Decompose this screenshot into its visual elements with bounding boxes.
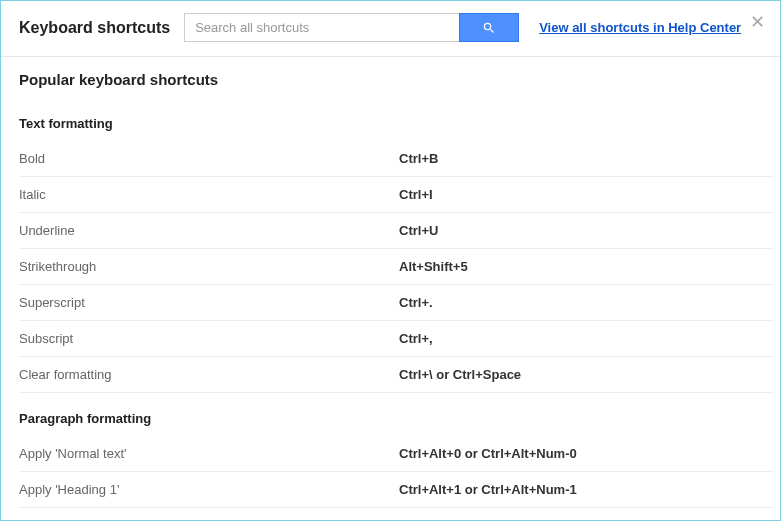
shortcut-label: Apply 'Heading 2' [19,518,399,520]
dialog-title: Keyboard shortcuts [19,19,170,37]
shortcut-label: Apply 'Normal text' [19,446,399,461]
shortcut-keys: Ctrl+Alt+0 or Ctrl+Alt+Num-0 [399,446,577,461]
shortcut-label: Apply 'Heading 1' [19,482,399,497]
shortcut-keys: Ctrl+Alt+2 or Ctrl+Alt+Num-2 [399,518,577,520]
shortcut-label: Bold [19,151,399,166]
shortcut-label: Clear formatting [19,367,399,382]
shortcut-keys: Ctrl+U [399,223,438,238]
shortcuts-dialog: Keyboard shortcuts View all shortcuts in… [0,0,781,521]
shortcut-keys: Ctrl+Alt+1 or Ctrl+Alt+Num-1 [399,482,577,497]
shortcut-keys: Ctrl+. [399,295,433,310]
shortcut-keys: Ctrl+, [399,331,433,346]
close-button[interactable]: ✕ [748,13,766,31]
shortcut-keys: Ctrl+I [399,187,433,202]
shortcut-row: Clear formattingCtrl+\ or Ctrl+Space [19,357,774,393]
shortcut-row: Apply 'Heading 2'Ctrl+Alt+2 or Ctrl+Alt+… [19,508,774,520]
dialog-header: Keyboard shortcuts View all shortcuts in… [1,1,780,57]
search-icon [482,21,496,35]
shortcut-keys: Alt+Shift+5 [399,259,468,274]
shortcut-label: Italic [19,187,399,202]
dialog-subtitle: Popular keyboard shortcuts [1,57,780,98]
section-heading: Paragraph formatting [19,393,774,436]
shortcut-label: Subscript [19,331,399,346]
close-icon: ✕ [750,12,765,32]
help-center-link[interactable]: View all shortcuts in Help Center [539,20,741,35]
shortcut-label: Strikethrough [19,259,399,274]
shortcuts-scroll-area[interactable]: Text formattingBoldCtrl+BItalicCtrl+IUnd… [1,98,780,520]
shortcut-label: Superscript [19,295,399,310]
search-group [184,13,519,42]
shortcut-row: SuperscriptCtrl+. [19,285,774,321]
shortcut-row: ItalicCtrl+I [19,177,774,213]
section-heading: Text formatting [19,98,774,141]
shortcut-keys: Ctrl+B [399,151,438,166]
shortcut-keys: Ctrl+\ or Ctrl+Space [399,367,521,382]
shortcut-row: Apply 'Normal text'Ctrl+Alt+0 or Ctrl+Al… [19,436,774,472]
shortcut-row: StrikethroughAlt+Shift+5 [19,249,774,285]
shortcut-label: Underline [19,223,399,238]
shortcut-row: Apply 'Heading 1'Ctrl+Alt+1 or Ctrl+Alt+… [19,472,774,508]
shortcut-row: BoldCtrl+B [19,141,774,177]
search-button[interactable] [459,13,519,42]
search-input[interactable] [184,13,459,42]
shortcut-row: UnderlineCtrl+U [19,213,774,249]
shortcut-row: SubscriptCtrl+, [19,321,774,357]
